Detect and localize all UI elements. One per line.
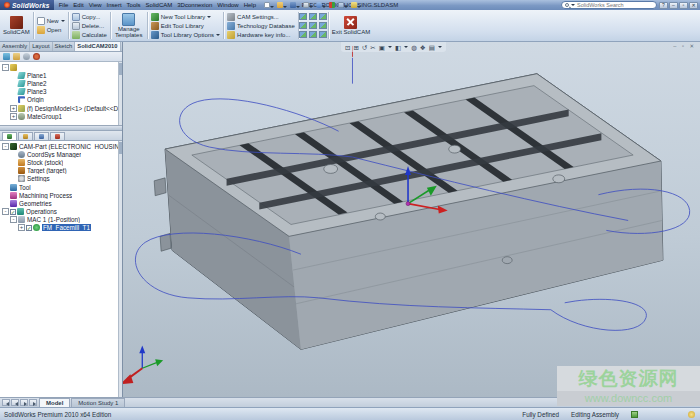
- scrollbar[interactable]: [118, 141, 122, 397]
- scroll-left-button[interactable]: [11, 399, 19, 406]
- cam-utility-button[interactable]: [299, 22, 307, 29]
- featuremanager-filter-icon[interactable]: [3, 53, 10, 60]
- cam-tools-tab[interactable]: [34, 132, 49, 140]
- tree-item-plane1[interactable]: Plane1: [0, 71, 122, 79]
- tree-item-cam-part[interactable]: - CAM-Part (ELECTRONIC_HOUSING): [0, 142, 122, 150]
- previous-view-icon[interactable]: ↺: [362, 43, 367, 52]
- tree-item-machining-process[interactable]: Machining Process: [0, 191, 122, 199]
- collapse-toggle[interactable]: -: [2, 64, 9, 71]
- quick-tips-icon[interactable]: [688, 411, 695, 418]
- cam-settings-button[interactable]: CAM Settings...: [227, 13, 295, 21]
- scrollbar[interactable]: [118, 62, 122, 125]
- chevron-down-icon[interactable]: [404, 46, 408, 48]
- section-view-icon[interactable]: ✂: [370, 43, 375, 52]
- tree-item-geometries[interactable]: Geometries: [0, 199, 122, 207]
- tree-item-designmodel[interactable]: + (f) DesignModel<1> (Default<<Default>_: [0, 104, 122, 112]
- tree-item-plane2[interactable]: Plane2: [0, 79, 122, 87]
- tree-item-mategroup[interactable]: + MateGroup1: [0, 112, 122, 120]
- chevron-down-icon[interactable]: [388, 46, 392, 48]
- tab-sketch[interactable]: Sketch: [53, 42, 76, 51]
- edit-tool-library-button[interactable]: Edit Tool Library: [151, 22, 220, 30]
- tree-item-origin[interactable]: Origin: [0, 96, 122, 104]
- copy-button[interactable]: Copy...: [72, 13, 107, 21]
- delete-button[interactable]: Delete...: [72, 22, 107, 30]
- cam-utility-button[interactable]: [309, 13, 317, 20]
- options-button[interactable]: [351, 2, 361, 9]
- menu-solidcam[interactable]: SolidCAM: [146, 2, 173, 8]
- configuration-manager-icon[interactable]: [23, 53, 30, 60]
- tree-item-target[interactable]: Target (target): [0, 167, 122, 175]
- tool-library-options-button[interactable]: Tool Library Options: [151, 31, 220, 39]
- cam-utility-button[interactable]: [319, 31, 327, 38]
- view-settings-button[interactable]: [338, 2, 348, 9]
- menu-help[interactable]: Help: [244, 2, 256, 8]
- help-button[interactable]: ?: [659, 2, 668, 9]
- checkbox[interactable]: ✓: [26, 225, 32, 231]
- hide-show-icon[interactable]: ◍: [411, 43, 417, 52]
- property-manager-icon[interactable]: [13, 53, 20, 60]
- search-box[interactable]: [561, 1, 657, 9]
- cam-utility-button[interactable]: [319, 13, 327, 20]
- tab-model[interactable]: Model: [39, 398, 70, 407]
- scene-icon[interactable]: ▤: [429, 43, 435, 52]
- hardware-key-info-button[interactable]: Hardware key info...: [227, 31, 295, 39]
- tree-item-mac1[interactable]: - MAC 1 (1-Position): [0, 216, 122, 224]
- tab-layout[interactable]: Layout: [30, 42, 52, 51]
- document-window-controls[interactable]: – ▫ ✕: [673, 43, 696, 49]
- tree-item-settings[interactable]: Settings: [0, 175, 122, 183]
- expand-toggle[interactable]: +: [18, 224, 25, 231]
- menu-edit[interactable]: Edit: [73, 2, 83, 8]
- cam-operations-tab[interactable]: [18, 132, 33, 140]
- collapse-toggle[interactable]: -: [2, 208, 9, 215]
- new-part-button[interactable]: New: [37, 17, 65, 25]
- graphics-area[interactable]: ⊡ ⊞ ↺ ✂ ▣ ◧ ◍ ❖ ▤ – ▫ ✕: [123, 42, 700, 397]
- tree-item-tool[interactable]: Tool: [0, 183, 122, 191]
- tree-item-operations[interactable]: - ✓ Operations: [0, 208, 122, 216]
- calculate-button[interactable]: Calculate: [72, 31, 107, 39]
- open-button[interactable]: [277, 2, 287, 9]
- tab-solidcam2010[interactable]: SolidCAM2010: [75, 42, 120, 51]
- display-style-icon[interactable]: ◧: [395, 43, 401, 52]
- search-scope-dropdown-icon[interactable]: [571, 4, 575, 6]
- 3d-model-canvas[interactable]: [123, 42, 700, 397]
- view-orientation-icon[interactable]: ▣: [379, 43, 385, 52]
- menu-insert[interactable]: Insert: [107, 2, 122, 8]
- tree-item-plane3[interactable]: Plane3: [0, 88, 122, 96]
- cam-utility-button[interactable]: [299, 13, 307, 20]
- menu-file[interactable]: File: [59, 2, 69, 8]
- tree-item-stock[interactable]: Stock (stock): [0, 158, 122, 166]
- solidcam-launch-button[interactable]: SolidCAM: [0, 10, 33, 41]
- cam-machine-tab[interactable]: [50, 132, 65, 140]
- technology-database-button[interactable]: Technology Database: [227, 22, 295, 30]
- print-button[interactable]: [303, 2, 313, 9]
- minimize-button[interactable]: –: [669, 2, 678, 9]
- save-button[interactable]: [290, 2, 300, 9]
- appearance-icon[interactable]: ❖: [420, 43, 426, 52]
- tree-item-coordsys-manager[interactable]: CoordSys Manager: [0, 150, 122, 158]
- exit-solidcam-button[interactable]: Exit SolidCAM: [329, 10, 373, 41]
- cam-utility-button[interactable]: [309, 31, 317, 38]
- zoom-fit-icon[interactable]: ⊡: [345, 43, 350, 52]
- manage-templates-button[interactable]: Manage Templates: [111, 10, 147, 41]
- scroll-first-button[interactable]: [2, 399, 10, 406]
- scroll-last-button[interactable]: [29, 399, 37, 406]
- close-button[interactable]: ✕: [689, 2, 698, 9]
- solidcam-manager-icon[interactable]: [33, 53, 40, 60]
- undo-button[interactable]: [316, 2, 326, 9]
- cam-tree-tab[interactable]: [2, 132, 17, 140]
- zoom-area-icon[interactable]: ⊞: [353, 43, 358, 52]
- menu-3dconnexion[interactable]: 3Dconnexion: [177, 2, 212, 8]
- new-button[interactable]: [264, 2, 274, 9]
- expand-toggle[interactable]: +: [10, 105, 17, 112]
- checkbox[interactable]: ✓: [10, 209, 16, 215]
- rebuild-button[interactable]: [329, 2, 335, 9]
- cam-utility-button[interactable]: [319, 22, 327, 29]
- search-input[interactable]: [577, 2, 653, 8]
- menu-tools[interactable]: Tools: [127, 2, 141, 8]
- tab-motion-study[interactable]: Motion Study 1: [71, 398, 125, 407]
- open-part-button[interactable]: Open: [37, 26, 65, 34]
- scroll-right-button[interactable]: [20, 399, 28, 406]
- tree-item-facemill-operation[interactable]: + ✓ FM_Facemill_T1: [0, 224, 122, 232]
- cam-utility-button[interactable]: [309, 22, 317, 29]
- chevron-down-icon[interactable]: [438, 46, 442, 48]
